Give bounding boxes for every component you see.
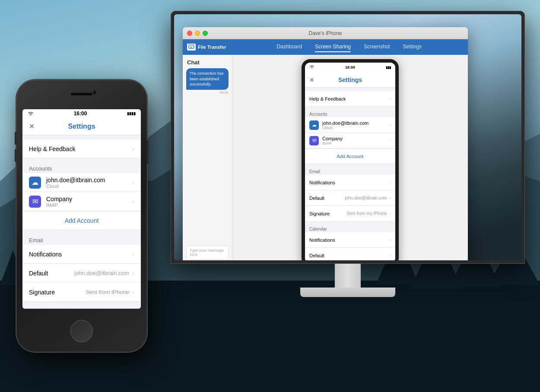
iphone-gap4 xyxy=(22,302,141,306)
ios-monitor-default-chevron: › xyxy=(390,196,391,200)
chat-time: 00:41 xyxy=(183,90,232,95)
ios-monitor-signature[interactable]: Signature Sent from my iPhone › xyxy=(305,206,395,221)
ios-monitor-account2-type: IMAP xyxy=(322,141,343,145)
ios-monitor-cal-default-chevron: › xyxy=(390,253,391,258)
ios-monitor-accounts-header: Accounts xyxy=(305,110,395,117)
iphone-account1-info: john.doe@itbrain.com Cloud xyxy=(46,177,105,189)
iphone-close-button[interactable]: ✕ xyxy=(29,122,35,130)
mac-toolbar: File Transfer Dashboard Screen Sharing S… xyxy=(183,39,468,55)
logo-icon xyxy=(187,44,196,51)
ios-monitor-cloud-icon: ☁ xyxy=(309,120,319,130)
ios-monitor-account1-name: john.doe@itbrain.com xyxy=(322,120,368,126)
traffic-light-green[interactable] xyxy=(203,31,208,36)
nav-dashboard[interactable]: Dashboard xyxy=(276,42,302,52)
ios-monitor-default-right: john.doe@itbrain.com › xyxy=(345,196,391,200)
iphone-add-account-text: Add Account xyxy=(65,217,99,224)
iphone-wifi-icon xyxy=(28,111,34,116)
ios-monitor-notifications-chevron: › xyxy=(390,180,391,185)
iphone-signature[interactable]: Signature Sent from iPhone › xyxy=(22,283,141,302)
iphone-account2-left: ✉ Company IMAP xyxy=(29,196,72,208)
traffic-light-yellow[interactable] xyxy=(195,31,200,36)
iphone-signature-value: Sent from iPhone xyxy=(86,289,129,295)
ios-monitor-account1-type: Cloud xyxy=(322,126,368,130)
ios-monitor-cal-default-text: Default xyxy=(309,253,324,258)
iphone-add-account[interactable]: Add Account xyxy=(22,211,141,230)
iphone-account2-chevron: › xyxy=(133,198,134,205)
ios-monitor-notifications[interactable]: Notifications › xyxy=(305,175,395,190)
iphone-default-value: john.doe@itbrain.com xyxy=(74,270,129,276)
nav-settings[interactable]: Settings xyxy=(403,42,422,52)
ios-monitor-gap2 xyxy=(305,107,395,110)
iphone-notifications[interactable]: Notifications › xyxy=(22,245,141,264)
ios-monitor-settings-content: Help & Feedback › Accounts ☁ xyxy=(305,88,395,260)
iphone-account2-type: IMAP xyxy=(46,202,72,208)
ios-monitor-gap4 xyxy=(305,221,395,225)
ios-monitor-nav-title: Settings xyxy=(338,76,362,83)
iphone-account1-type: Cloud xyxy=(46,183,105,189)
chat-message: The connection has been established succ… xyxy=(186,68,229,90)
iphone-home-button[interactable] xyxy=(70,320,93,342)
iphone-default-chevron: › xyxy=(133,270,134,276)
iphone-signature-right: Sent from iPhone › xyxy=(86,289,134,295)
ios-monitor-calendar-default[interactable]: Default › xyxy=(305,248,395,260)
iphone-account2[interactable]: ✉ Company IMAP › xyxy=(22,192,141,211)
ios-monitor-help-text: Help & Feedback xyxy=(309,96,346,101)
iphone-account2-name: Company xyxy=(46,196,72,202)
nav-screenshot[interactable]: Screenshot xyxy=(364,42,390,52)
iphone-default-label: Default xyxy=(29,270,48,277)
ios-monitor-help-chevron: › xyxy=(390,96,391,101)
iphone-account1[interactable]: ☁ john.doe@itbrain.com Cloud › xyxy=(22,173,141,192)
mac-window: Dave's iPhone File Transfer xyxy=(183,27,468,260)
ios-monitor-cal-notifications-text: Notifications xyxy=(309,237,335,243)
ios-monitor-signature-right: Sent from my iPhone › xyxy=(346,211,391,216)
ios-monitor-default[interactable]: Default john.doe@itbrain.com › xyxy=(305,190,395,206)
ios-monitor-status-icons: ▮▮▮ xyxy=(386,66,391,70)
ios-monitor-nav-bar: ✕ Settings xyxy=(305,72,395,88)
iphone-screen: 16:00 ▮▮▮▮ ✕ Settings Help & Feedback › xyxy=(22,109,141,309)
iphone-gap1 xyxy=(22,135,141,139)
ios-monitor-signature-value: Sent from my iPhone xyxy=(346,211,387,216)
nav-screen-sharing[interactable]: Screen Sharing xyxy=(315,42,351,52)
ios-monitor-calendar-notifications[interactable]: Notifications › xyxy=(305,232,395,248)
ios-monitor-signature-chevron: › xyxy=(390,211,391,216)
ios-monitor-add-account-text: Add Account xyxy=(337,154,364,159)
traffic-lights xyxy=(187,31,208,36)
ios-screen-monitor: 16:00 ▮▮▮ ✕ Settings xyxy=(302,59,399,260)
iphone-status-bar: 16:00 ▮▮▮▮ xyxy=(22,109,141,118)
iphone-cloud-icon: ☁ xyxy=(29,177,41,189)
ios-monitor-signature-label: Signature xyxy=(309,211,330,216)
traffic-light-red[interactable] xyxy=(187,31,192,36)
iphone-help-feedback[interactable]: Help & Feedback › xyxy=(22,139,141,158)
logo-text: File Transfer xyxy=(198,44,226,50)
ios-monitor-account2-left: ✉ Company IMAP xyxy=(309,136,343,145)
iphone-speaker xyxy=(71,93,92,95)
ios-monitor-add-account[interactable]: Add Account xyxy=(305,149,395,164)
ios-monitor-help-feedback[interactable]: Help & Feedback › xyxy=(305,91,395,107)
ios-monitor-email-header: Email xyxy=(305,168,395,175)
ios-monitor-account1[interactable]: ☁ john.doe@itbrain.com Cloud › xyxy=(305,117,395,133)
iphone-default-right: john.doe@itbrain.com › xyxy=(74,270,134,276)
ios-monitor-battery-icon: ▮▮▮ xyxy=(386,66,391,70)
monitor-screen: Dave's iPhone File Transfer xyxy=(174,14,521,260)
iphone-device: 16:00 ▮▮▮▮ ✕ Settings Help & Feedback › xyxy=(16,80,147,352)
iphone-power-button xyxy=(147,140,149,164)
monitor-stand-neck xyxy=(335,264,361,288)
iphone-account1-chevron: › xyxy=(133,179,134,186)
ios-monitor-close-button[interactable]: ✕ xyxy=(309,76,314,83)
ios-monitor-account1-left: ☁ john.doe@itbrain.com Cloud xyxy=(309,120,368,130)
iphone-account1-name: john.doe@itbrain.com xyxy=(46,177,105,183)
iphone-status-right: ▮▮▮▮ xyxy=(127,111,136,116)
ios-monitor-default-value: john.doe@itbrain.com xyxy=(345,196,387,200)
iphone-volume-down xyxy=(15,149,16,162)
iphone-body: 16:00 ▮▮▮▮ ✕ Settings Help & Feedback › xyxy=(16,80,147,352)
monitor-stand-base xyxy=(300,288,395,297)
iphone-account2-info: Company IMAP xyxy=(46,196,72,208)
iphone-default[interactable]: Default john.doe@itbrain.com › xyxy=(22,264,141,283)
chat-input-box[interactable]: Type your message here xyxy=(186,246,229,259)
mac-content: Chat The connection has been established… xyxy=(183,55,468,260)
ios-monitor-mail-icon: ✉ xyxy=(309,136,319,145)
ios-monitor-account2-name: Company xyxy=(322,136,343,141)
toolbar-logo: File Transfer xyxy=(187,44,226,51)
ios-monitor-account2[interactable]: ✉ Company IMAP › xyxy=(305,133,395,149)
iphone-camera xyxy=(92,90,97,95)
